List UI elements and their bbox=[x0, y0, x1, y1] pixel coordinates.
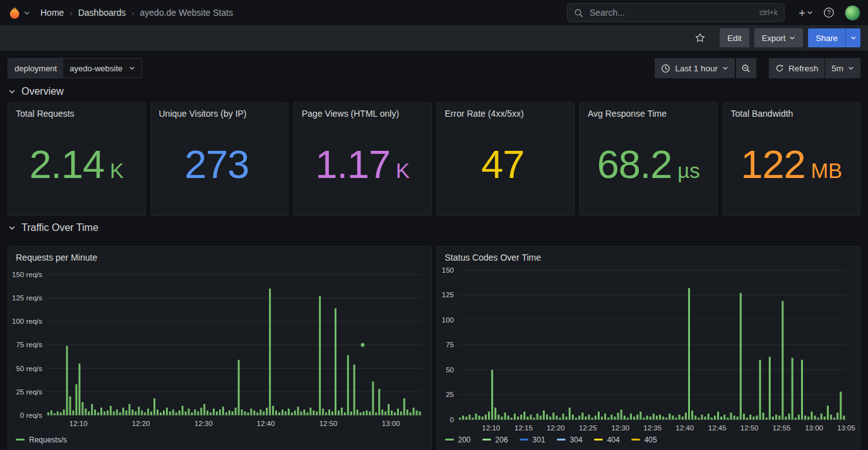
zoom-out-button[interactable] bbox=[736, 58, 756, 78]
export-button[interactable]: Export bbox=[754, 28, 804, 47]
section-row-overview[interactable]: Overview bbox=[8, 86, 860, 97]
edit-button[interactable]: Edit bbox=[720, 28, 749, 47]
panel-title[interactable]: Total Bandwidth bbox=[723, 103, 860, 119]
chevron-down-icon bbox=[8, 224, 16, 232]
time-controls: Last 1 hour Refresh bbox=[655, 58, 860, 78]
breadcrumb-dashboards[interactable]: Dashboards bbox=[78, 8, 126, 18]
variable-value-dropdown[interactable]: ayedo-website bbox=[63, 59, 141, 78]
panel-total-bandwidth: Total Bandwidth 122 MB bbox=[723, 102, 861, 216]
y-axis-label: 125 req/s bbox=[12, 294, 42, 302]
stat-body: 122 MB bbox=[723, 119, 860, 215]
legend-item-404[interactable]: 404 bbox=[594, 435, 620, 444]
search-box[interactable]: ctrl+k bbox=[567, 3, 785, 22]
share-button[interactable]: Share bbox=[808, 28, 845, 47]
status-codes-chart[interactable]: 025507510012515012:1012:1512:2012:2512:3… bbox=[437, 263, 860, 434]
refresh-interval-value: 5m bbox=[831, 64, 843, 73]
panel-unique-visitors: Unique Visitors (by IP) 273 bbox=[151, 102, 289, 216]
section-row-traffic[interactable]: Traffic Over Time bbox=[8, 222, 860, 234]
legend-color-icon bbox=[482, 439, 491, 441]
share-dropdown-button[interactable] bbox=[845, 28, 860, 47]
zoom-out-icon bbox=[741, 64, 751, 73]
legend-label: 404 bbox=[607, 435, 620, 444]
chevron-down-icon bbox=[807, 9, 813, 16]
y-axis-label: 100 req/s bbox=[12, 317, 42, 325]
panel-title[interactable]: Page Views (HTML only) bbox=[294, 103, 431, 119]
search-input[interactable] bbox=[588, 7, 754, 18]
breadcrumb-separator: › bbox=[131, 8, 134, 18]
variable-value: ayedo-website bbox=[69, 64, 122, 73]
user-avatar[interactable] bbox=[845, 5, 860, 21]
panel-error-rate: Error Rate (4xx/5xx) 47 bbox=[437, 102, 575, 216]
panel-title[interactable]: Error Rate (4xx/5xx) bbox=[437, 103, 574, 119]
export-label: Export bbox=[762, 33, 786, 43]
y-axis-label: 150 req/s bbox=[12, 271, 42, 278]
clock-icon bbox=[661, 64, 670, 73]
y-axis-label: 75 req/s bbox=[16, 341, 42, 348]
legend-item-304[interactable]: 304 bbox=[557, 435, 583, 444]
time-range-picker[interactable]: Last 1 hour bbox=[655, 58, 735, 78]
stat-value: 1.17 bbox=[315, 145, 390, 184]
svg-text:?: ? bbox=[827, 9, 831, 16]
legend-color-icon bbox=[631, 439, 640, 441]
chevron-down-icon bbox=[850, 35, 857, 41]
legend-item-200[interactable]: 200 bbox=[445, 435, 471, 444]
y-axis-label: 0 bbox=[449, 416, 453, 423]
x-axis-label: 12:45 bbox=[708, 424, 726, 432]
refresh-interval-dropdown[interactable]: 5m bbox=[825, 58, 860, 78]
panel-title[interactable]: Requests per Minute bbox=[8, 247, 431, 263]
chevron-down-icon bbox=[129, 65, 135, 71]
section-title: Traffic Over Time bbox=[21, 222, 98, 234]
stat-value-group: 2.14 K bbox=[29, 145, 124, 189]
legend-color-icon bbox=[445, 439, 454, 441]
favorite-star-button[interactable] bbox=[694, 32, 706, 44]
panel-title[interactable]: Avg Response Time bbox=[580, 103, 717, 119]
x-axis-label: 12:20 bbox=[132, 420, 150, 427]
x-axis-label: 13:05 bbox=[837, 424, 855, 432]
stat-unit: K bbox=[396, 159, 410, 183]
x-axis-label: 12:40 bbox=[257, 420, 275, 427]
legend-item-Requests/s[interactable]: Requests/s bbox=[16, 435, 67, 444]
help-icon: ? bbox=[823, 7, 835, 18]
refresh-button[interactable]: Refresh bbox=[769, 58, 824, 78]
panel-title[interactable]: Total Requests bbox=[8, 103, 145, 119]
point-marker bbox=[361, 343, 365, 346]
star-icon bbox=[694, 32, 706, 44]
new-button[interactable]: + bbox=[799, 7, 813, 19]
stat-value: 122 bbox=[740, 145, 805, 184]
panel-avg-response-time: Avg Response Time 68.2 µs bbox=[580, 102, 718, 216]
refresh-icon bbox=[775, 64, 784, 73]
legend-label: Requests/s bbox=[29, 435, 67, 444]
stat-value: 47 bbox=[481, 145, 524, 184]
panel-requests-per-minute: Requests per Minute 0 req/s25 req/s50 re… bbox=[8, 246, 432, 450]
chevron-down-icon bbox=[8, 88, 16, 95]
help-button[interactable]: ? bbox=[823, 7, 835, 18]
legend-item-301[interactable]: 301 bbox=[520, 435, 545, 444]
dashboard-action-bar: Edit Export Share bbox=[0, 25, 868, 50]
x-axis-label: 12:30 bbox=[611, 424, 629, 432]
stat-unit: K bbox=[110, 159, 124, 183]
legend-color-icon bbox=[594, 439, 603, 441]
x-axis-label: 12:55 bbox=[772, 424, 790, 432]
legend-item-206[interactable]: 206 bbox=[482, 435, 508, 444]
legend-label: 304 bbox=[570, 435, 583, 444]
legend-label: 200 bbox=[458, 435, 471, 444]
grafana-logo bbox=[8, 6, 21, 20]
stat-value-group: 47 bbox=[481, 145, 530, 189]
panel-title[interactable]: Status Codes Over Time bbox=[437, 247, 860, 263]
breadcrumb-home[interactable]: Home bbox=[40, 8, 64, 18]
legend-item-405[interactable]: 405 bbox=[631, 435, 657, 444]
stat-value-group: 1.17 K bbox=[315, 145, 410, 189]
legend-label: 301 bbox=[533, 435, 545, 444]
panel-title[interactable]: Unique Visitors (by IP) bbox=[152, 103, 288, 119]
y-axis-label: 50 req/s bbox=[16, 365, 42, 372]
stat-body: 68.2 µs bbox=[580, 119, 717, 215]
legend-label: 206 bbox=[496, 435, 508, 444]
time-range-label: Last 1 hour bbox=[675, 64, 718, 73]
legend-label: 405 bbox=[645, 435, 657, 444]
y-axis-label: 150 bbox=[441, 266, 453, 274]
requests-per-minute-chart[interactable]: 0 req/s25 req/s50 req/s75 req/s100 req/s… bbox=[8, 263, 431, 434]
x-axis-label: 13:00 bbox=[805, 424, 823, 432]
x-axis-label: 12:40 bbox=[675, 424, 694, 432]
org-menu-toggle[interactable] bbox=[8, 6, 30, 20]
refresh-label: Refresh bbox=[788, 64, 818, 73]
